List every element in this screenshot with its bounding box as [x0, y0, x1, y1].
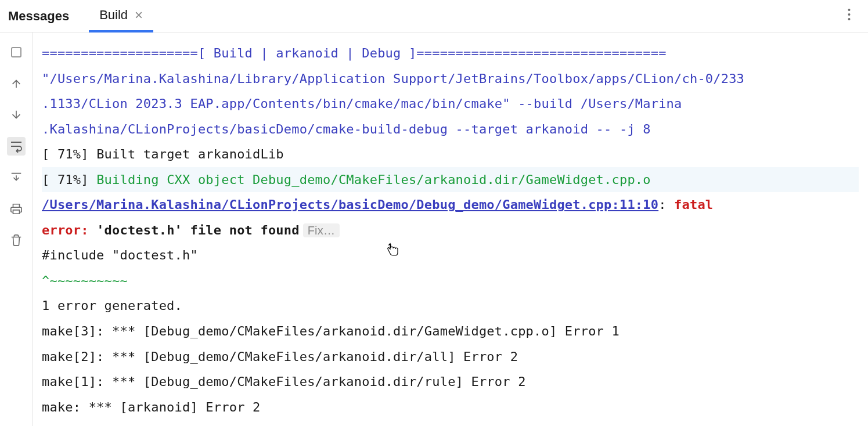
svg-point-1 — [848, 13, 851, 16]
output-line-highlighted: [ 71%] Building CXX object Debug_demo/CM… — [42, 167, 859, 193]
print-icon — [10, 203, 23, 215]
left-toolbar — [0, 33, 33, 426]
up-arrow-button[interactable] — [7, 74, 26, 93]
wrap-text-button[interactable] — [7, 137, 26, 156]
down-arrow-button[interactable] — [7, 106, 26, 124]
output-line: make[3]: *** [Debug_demo/CMakeFiles/arka… — [42, 319, 859, 344]
fix-button[interactable]: Fix… — [303, 223, 340, 237]
output-line: make[1]: *** [Debug_demo/CMakeFiles/arka… — [42, 369, 859, 395]
stop-button[interactable] — [7, 43, 26, 62]
output-line: make[2]: *** [Debug_demo/CMakeFiles/arka… — [42, 344, 859, 370]
output-line: #include "doctest.h" — [42, 243, 859, 268]
output-line: .Kalashina/CLionProjects/basicDemo/cmake… — [42, 117, 859, 142]
print-button[interactable] — [7, 200, 26, 218]
tab-build[interactable]: Build × — [89, 0, 153, 33]
content-wrapper: ====================[ Build | arkanoid |… — [0, 33, 868, 426]
trash-icon — [10, 234, 23, 247]
panel-title: Messages — [5, 9, 75, 24]
output-line: .1133/CLion 2023.3 EAP.app/Contents/bin/… — [42, 91, 859, 117]
close-icon[interactable]: × — [135, 8, 143, 22]
build-output[interactable]: ====================[ Build | arkanoid |… — [33, 33, 868, 426]
more-options-icon[interactable] — [848, 8, 851, 24]
arrow-down-icon — [10, 109, 23, 121]
messages-header: Messages Build × — [0, 0, 868, 33]
wrap-icon — [9, 140, 23, 153]
scroll-to-end-button[interactable] — [7, 168, 26, 187]
output-line: ^~~~~~~~~~~ — [42, 268, 859, 294]
output-line: 1 error generated. — [42, 293, 859, 319]
square-icon — [11, 47, 21, 57]
output-line: ====================[ Build | arkanoid |… — [42, 41, 859, 66]
output-line: [ 71%] Built target arkanoidLib — [42, 142, 859, 167]
output-line: "/Users/Marina.Kalashina/Library/Applica… — [42, 66, 859, 92]
svg-point-2 — [848, 18, 851, 20]
arrow-up-icon — [10, 77, 23, 90]
error-file-link[interactable]: /Users/Marina.Kalashina/CLionProjects/ba… — [42, 197, 658, 212]
output-line: make: *** [arkanoid] Error 2 — [42, 395, 859, 420]
scroll-down-icon — [10, 171, 23, 184]
svg-point-0 — [848, 9, 851, 11]
error-line: error: 'doctest.h' file not foundFix… — [42, 218, 859, 243]
error-line: /Users/Marina.Kalashina/CLionProjects/ba… — [42, 192, 859, 218]
tab-label: Build — [99, 8, 128, 23]
delete-button[interactable] — [7, 231, 26, 250]
